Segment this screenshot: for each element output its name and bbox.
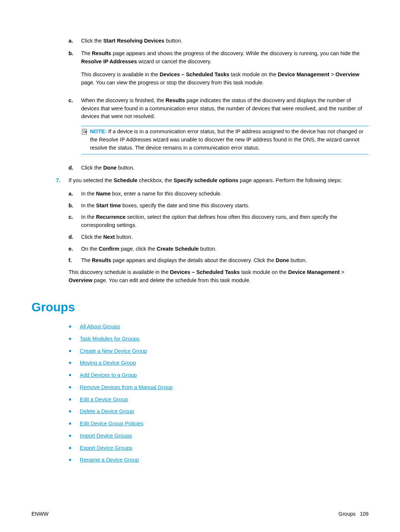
doc-link[interactable]: Delete a Device Group <box>80 408 134 416</box>
doc-link[interactable]: Edit a Device Group <box>80 396 128 404</box>
bullet-icon: ● <box>69 347 71 355</box>
text: page. You can view the progress or stop … <box>81 80 264 86</box>
text: The <box>81 257 92 263</box>
list-item-7f: f. The Results page appears and displays… <box>69 257 369 265</box>
link-list-item: ●Task Modules for Groups <box>69 335 369 343</box>
list-item-6a: a. Click the Start Resolving Devices but… <box>69 37 369 45</box>
bullet-icon: ● <box>69 396 71 403</box>
bold-text: Overview <box>336 71 360 77</box>
doc-link[interactable]: Rename a Device Group <box>80 456 139 464</box>
bullet-icon: ● <box>69 420 71 427</box>
text: page appears and shows the progress of t… <box>111 50 359 56</box>
bold-text: Confirm <box>99 246 120 252</box>
list-label: a. <box>69 37 81 45</box>
list-label: e. <box>69 245 81 253</box>
text: In the <box>81 214 96 220</box>
bullet-icon: ● <box>69 371 71 379</box>
doc-link[interactable]: Task Modules for Groups <box>80 335 139 343</box>
bold-text: Device Management <box>278 71 329 77</box>
list-label: b. <box>69 50 81 92</box>
link-list-item: ●All About Groups <box>69 323 369 331</box>
list-label: 7. <box>56 177 69 290</box>
list-item-7d: d. Click the Next button. <box>69 233 369 241</box>
text: The <box>81 50 92 56</box>
list-label: f. <box>69 257 81 265</box>
bold-text: Resolve IP Addresses <box>81 58 137 64</box>
list-label: d. <box>69 233 81 241</box>
doc-link[interactable]: Import Device Groups <box>80 432 132 440</box>
doc-link[interactable]: Create a New Device Group <box>80 347 147 355</box>
list-item-6d: d. Click the Done button. <box>69 164 369 172</box>
list-item-7b: b. In the Start time boxes, specify the … <box>69 202 369 210</box>
text: On the <box>81 246 99 252</box>
bullet-icon: ● <box>69 444 71 452</box>
bold-text: Done <box>103 165 117 171</box>
text: Click the <box>81 234 103 240</box>
bullet-icon: ● <box>69 384 71 391</box>
doc-link[interactable]: Export Device Groups <box>80 444 132 452</box>
doc-link[interactable]: Add Devices to a Group <box>80 371 137 379</box>
footer-section-label: Groups <box>339 511 356 517</box>
bold-text: Start Resolving Devices <box>103 38 164 44</box>
section-heading-groups: Groups <box>31 298 369 317</box>
bold-text: Done <box>276 257 289 263</box>
bold-text: Overview <box>69 277 93 283</box>
link-list-item: ●Delete a Device Group <box>69 408 369 416</box>
text: Click the <box>81 38 103 44</box>
bullet-icon: ● <box>69 323 71 330</box>
link-list-item: ●Moving a Device Group <box>69 359 369 367</box>
bold-text: Recurrence <box>96 214 126 220</box>
list-label: c. <box>69 213 81 230</box>
text: page appears. Perform the following step… <box>239 177 342 183</box>
text: This discovery schedule is available in … <box>69 269 170 275</box>
doc-link[interactable]: All About Groups <box>80 323 120 331</box>
text: When the discovery is finished, the <box>81 97 166 103</box>
bold-text: Results <box>166 97 185 103</box>
link-list-item: ●Import Device Groups <box>69 432 369 440</box>
bold-text: Create Schedule <box>157 246 199 252</box>
bullet-icon: ● <box>69 456 71 464</box>
footer-right: Groups 109 <box>339 510 369 518</box>
footer-left: ENWW <box>31 510 49 518</box>
list-item-7c: c. In the Recurrence section, select the… <box>69 213 369 230</box>
text: box, enter a name for this discovery sch… <box>111 191 222 197</box>
text: In the <box>81 203 96 208</box>
bold-text: Devices – Scheduled Tasks <box>170 269 240 275</box>
link-list-item: ●Rename a Device Group <box>69 456 369 464</box>
text: task module on the <box>229 71 278 77</box>
link-list-item: ●Remove Devices from a Manual Group <box>69 384 369 392</box>
bold-text: Results <box>92 257 111 263</box>
text: > <box>329 71 336 77</box>
bullet-icon: ● <box>69 359 71 367</box>
note-icon <box>81 128 89 138</box>
doc-link[interactable]: Moving a Device Group <box>80 359 136 367</box>
link-list: ●All About Groups●Task Modules for Group… <box>69 323 369 464</box>
note-label: NOTE: <box>90 128 107 134</box>
link-list-item: ●Create a New Device Group <box>69 347 369 355</box>
bullet-icon: ● <box>69 408 71 415</box>
bold-text: Device Management <box>288 269 340 275</box>
bold-text: Devices – Scheduled Tasks <box>160 71 229 77</box>
doc-link[interactable]: Edit Device Group Policies <box>80 420 143 428</box>
text: task module on the <box>240 269 288 275</box>
note-box: NOTE: If a device is in a communication … <box>81 126 369 154</box>
text: > <box>340 269 344 275</box>
bold-text: Start time <box>96 203 121 208</box>
text: This discovery is available in the <box>81 71 160 77</box>
text: button. <box>289 257 307 263</box>
bold-text: Schedule <box>114 177 137 183</box>
text: button. <box>117 165 134 171</box>
text: checkbox, the <box>137 177 174 183</box>
text: button. <box>115 234 133 240</box>
list-label: d. <box>69 164 81 172</box>
text: button. <box>199 246 217 252</box>
list-label: a. <box>69 190 81 198</box>
doc-link[interactable]: Remove Devices from a Manual Group <box>80 384 173 392</box>
text: In the <box>81 191 96 197</box>
list-item-7a: a. In the Name box, enter a name for thi… <box>69 190 369 198</box>
bullet-icon: ● <box>69 335 71 342</box>
footer-page-number: 109 <box>360 511 369 517</box>
text: page, click the <box>119 246 157 252</box>
list-label: c. <box>69 97 81 160</box>
bold-text: Results <box>92 50 111 56</box>
